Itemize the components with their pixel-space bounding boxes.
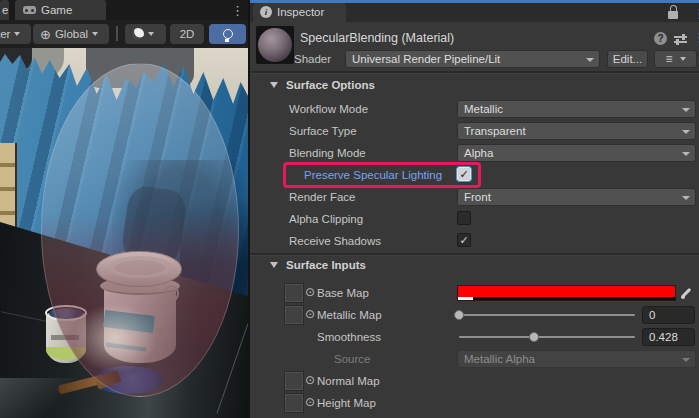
surface-options-header[interactable]: Surface Options xyxy=(286,79,375,91)
scene-viewport[interactable] xyxy=(0,48,248,418)
foldout-triangle-icon[interactable] xyxy=(270,262,278,268)
workflow-mode-label: Workflow Mode xyxy=(289,103,368,115)
alpha-clipping-checkbox[interactable] xyxy=(457,211,471,225)
inspector-panel: i Inspector ⋮ SpecularBlending (Material… xyxy=(248,0,699,418)
light-reflection xyxy=(55,288,175,388)
object-picker-icon[interactable]: ⊙ xyxy=(305,308,315,320)
blending-mode-label: Blending Mode xyxy=(289,147,366,159)
material-title: SpecularBlending (Material) xyxy=(300,31,454,45)
shader-menu-button[interactable]: ≡ xyxy=(654,50,697,68)
base-map-texture-slot[interactable] xyxy=(285,284,303,302)
pivot-dropdown[interactable]: ter xyxy=(0,24,31,44)
edit-shader-button[interactable]: Edit... xyxy=(607,50,648,68)
smoothness-slider[interactable] xyxy=(459,336,635,338)
workflow-mode-dropdown[interactable]: Metallic xyxy=(457,100,696,118)
tab-inspector[interactable]: i Inspector xyxy=(253,3,346,22)
info-icon: i xyxy=(260,6,272,18)
height-map-label: Height Map xyxy=(317,397,376,409)
toolbar-divider xyxy=(116,26,118,41)
presets-icon[interactable] xyxy=(674,34,687,45)
lock-icon[interactable] xyxy=(668,11,678,19)
base-map-color-alpha-bar xyxy=(458,297,675,300)
scene-toolbar: ter ⊕ Global 2D xyxy=(0,20,248,48)
scene-pane-menu-icon[interactable]: ⋮ xyxy=(231,4,244,17)
foldout-triangle-icon[interactable] xyxy=(270,82,278,88)
smoothness-label: Smoothness xyxy=(317,331,381,343)
tab-game-label: Game xyxy=(41,4,72,16)
smoothness-slider-thumb[interactable] xyxy=(529,332,539,342)
shader-label: Shader xyxy=(294,53,331,65)
global-dropdown-label: Global xyxy=(55,28,88,40)
lightbulb-icon xyxy=(223,29,233,39)
tab-scene-partial[interactable]: e xyxy=(0,0,9,20)
material-menu-icon[interactable]: ⋮ xyxy=(693,31,699,44)
shading-sphere-icon xyxy=(132,28,144,40)
blending-mode-value: Alpha xyxy=(464,147,493,159)
metallic-slider-thumb[interactable] xyxy=(454,310,464,320)
tab-game[interactable]: Game xyxy=(15,0,106,20)
surface-type-label: Surface Type xyxy=(289,125,357,137)
base-map-label: Base Map xyxy=(317,287,369,299)
source-value: Metallic Alpha xyxy=(464,353,535,365)
scene-lighting-toggle[interactable] xyxy=(209,24,246,44)
preserve-specular-label: Preserve Specular Lighting xyxy=(304,169,442,181)
metallic-slider[interactable] xyxy=(459,314,635,316)
inspector-tab-bar: i Inspector ⋮ xyxy=(250,3,699,22)
help-icon[interactable]: ? xyxy=(654,32,667,45)
receive-shadows-label: Receive Shadows xyxy=(289,235,381,247)
surface-inputs-header[interactable]: Surface Inputs xyxy=(286,259,366,271)
scene-pane: e Game ⋮ ter ⊕ Global xyxy=(0,0,248,418)
height-map-texture-slot[interactable] xyxy=(285,394,303,412)
material-preview-thumbnail[interactable] xyxy=(256,26,294,64)
source-label: Source xyxy=(334,353,370,365)
source-dropdown: Metallic Alpha xyxy=(457,350,696,368)
pivot-dropdown-label: ter xyxy=(0,28,10,40)
chevron-down-icon xyxy=(148,32,154,36)
hamburger-icon: ≡ xyxy=(665,53,672,65)
object-picker-icon[interactable]: ⊙ xyxy=(305,396,315,408)
toggle-2d-label: 2D xyxy=(180,28,195,40)
chevron-down-icon xyxy=(680,57,686,61)
smoothness-value-field[interactable]: 0.428 xyxy=(642,328,695,346)
toggle-2d-button[interactable]: 2D xyxy=(170,24,204,44)
normal-map-texture-slot[interactable] xyxy=(285,372,303,390)
inspector-menu-icon[interactable]: ⋮ xyxy=(693,7,699,20)
global-dropdown[interactable]: ⊕ Global xyxy=(33,24,109,44)
alpha-clipping-label: Alpha Clipping xyxy=(289,213,363,225)
object-picker-icon[interactable]: ⊙ xyxy=(305,374,315,386)
surface-type-value: Transparent xyxy=(464,125,526,137)
chevron-down-icon xyxy=(14,32,20,36)
normal-map-label: Normal Map xyxy=(317,375,380,387)
render-face-label: Render Face xyxy=(289,191,355,203)
blending-mode-dropdown[interactable]: Alpha xyxy=(457,144,696,162)
shader-dropdown[interactable]: Universal Render Pipeline/Lit xyxy=(345,50,600,68)
base-map-color-swatch[interactable] xyxy=(457,285,676,301)
shading-mode-dropdown[interactable] xyxy=(125,24,166,44)
receive-shadows-checkbox[interactable]: ✓ xyxy=(457,233,471,247)
edit-shader-label: Edit... xyxy=(613,53,642,65)
eyedropper-icon[interactable] xyxy=(679,286,694,301)
divider xyxy=(250,71,699,74)
gamepad-icon xyxy=(23,6,36,14)
shader-dropdown-value: Universal Render Pipeline/Lit xyxy=(352,53,500,65)
metallic-map-texture-slot[interactable] xyxy=(285,306,303,324)
render-face-dropdown[interactable]: Front xyxy=(457,188,696,206)
scene-tab-bar: e Game ⋮ xyxy=(0,0,248,20)
base-map-color-rgb xyxy=(458,286,675,297)
tab-scene-partial-label: e xyxy=(2,4,8,16)
metallic-value-field[interactable]: 0 xyxy=(642,306,695,324)
unity-editor: e Game ⋮ ter ⊕ Global xyxy=(0,0,699,418)
chevron-down-icon xyxy=(92,32,98,36)
divider xyxy=(250,253,699,256)
tab-inspector-label: Inspector xyxy=(277,6,324,18)
globe-icon: ⊕ xyxy=(40,28,51,41)
preserve-specular-checkbox[interactable]: ✓ xyxy=(457,167,471,181)
workflow-mode-value: Metallic xyxy=(464,103,503,115)
render-face-value: Front xyxy=(464,191,491,203)
metallic-map-label: Metallic Map xyxy=(317,309,382,321)
object-picker-icon[interactable]: ⊙ xyxy=(305,286,315,298)
surface-type-dropdown[interactable]: Transparent xyxy=(457,122,696,140)
